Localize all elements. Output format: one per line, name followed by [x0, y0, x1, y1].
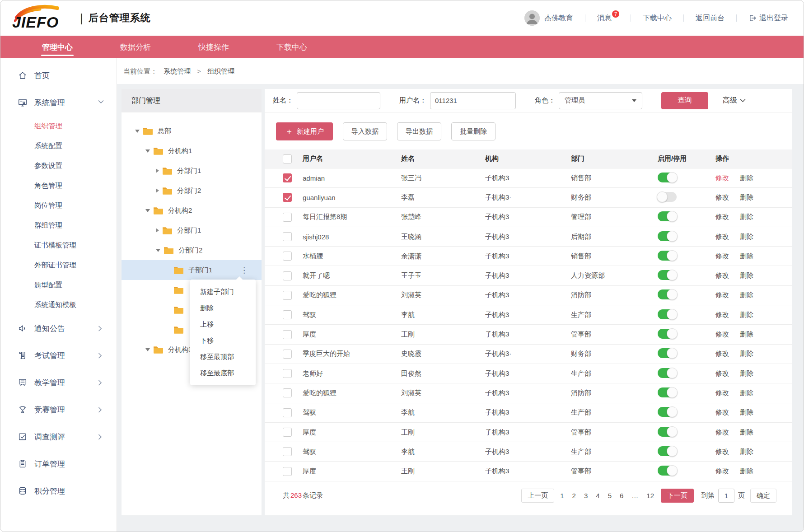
more-actions-icon[interactable]: ⋮ — [240, 266, 248, 274]
sidebar-item-8[interactable]: 订单管理 — [0, 450, 117, 477]
new-user-button[interactable]: ＋ 新建用户 — [276, 122, 333, 140]
row-checkbox[interactable] — [283, 388, 292, 397]
modify-link[interactable]: 修改 — [715, 213, 729, 220]
delete-link[interactable]: 删除 — [740, 408, 753, 416]
modify-link[interactable]: 修改 — [715, 174, 729, 182]
enable-toggle[interactable] — [658, 348, 677, 358]
modify-link[interactable]: 修改 — [715, 448, 729, 455]
page-number-5[interactable]: 5 — [604, 492, 616, 499]
enable-toggle[interactable] — [658, 309, 677, 319]
messages-link[interactable]: 消息 7 — [597, 14, 619, 23]
sidebar-item-4[interactable]: 考试管理 — [0, 342, 117, 369]
sidebar-item-9[interactable]: 积分管理 — [0, 477, 117, 504]
nav-tab-3[interactable]: 快捷操作 — [198, 36, 229, 58]
sidebar-subitem-1[interactable]: 组织管理 — [0, 116, 117, 136]
modify-link[interactable]: 修改 — [715, 389, 729, 397]
delete-link[interactable]: 删除 — [740, 389, 753, 397]
sidebar-item-2[interactable]: 系统管理 — [0, 89, 117, 116]
modify-link[interactable]: 修改 — [715, 408, 729, 416]
sidebar-subitem-8[interactable]: 外部证书管理 — [0, 255, 117, 275]
modify-link[interactable]: 修改 — [715, 428, 729, 436]
row-checkbox[interactable] — [283, 447, 292, 456]
sidebar-item-5[interactable]: 教学管理 — [0, 369, 117, 396]
select-all-checkbox[interactable] — [283, 154, 292, 163]
enable-toggle[interactable] — [658, 173, 677, 182]
delete-link[interactable]: 删除 — [740, 369, 753, 377]
delete-link[interactable]: 删除 — [740, 448, 753, 455]
tree-node[interactable]: 分机构1 — [122, 141, 262, 161]
breadcrumb-section[interactable]: 系统管理 — [164, 67, 191, 75]
sidebar-subitem-4[interactable]: 角色管理 — [0, 176, 117, 196]
row-checkbox[interactable] — [283, 467, 292, 476]
sidebar-subitem-7[interactable]: 证书模板管理 — [0, 235, 117, 255]
sidebar-item-3[interactable]: 通知公告 — [0, 315, 117, 342]
row-checkbox[interactable] — [283, 428, 292, 437]
tree-collapse-arrow-icon[interactable] — [156, 188, 159, 193]
modify-link[interactable]: 修改 — [715, 311, 729, 318]
modify-link[interactable]: 修改 — [715, 350, 729, 357]
row-checkbox[interactable] — [283, 350, 292, 359]
tree-collapse-arrow-icon[interactable] — [156, 228, 159, 233]
modify-link[interactable]: 修改 — [715, 193, 729, 201]
back-to-front-link[interactable]: 返回前台 — [696, 14, 725, 23]
row-checkbox[interactable] — [283, 310, 292, 319]
row-checkbox[interactable] — [283, 271, 292, 280]
modify-link[interactable]: 修改 — [715, 252, 729, 260]
download-center-link[interactable]: 下载中心 — [643, 14, 672, 23]
next-page-button[interactable]: 下一页 — [661, 489, 694, 503]
delete-link[interactable]: 删除 — [740, 193, 753, 201]
delete-link[interactable]: 删除 — [740, 311, 753, 318]
sidebar-subitem-10[interactable]: 系统通知模板 — [0, 295, 117, 315]
sidebar-item-7[interactable]: 调查测评 — [0, 423, 117, 450]
delete-link[interactable]: 删除 — [740, 174, 753, 182]
modify-link[interactable]: 修改 — [715, 271, 729, 279]
advanced-toggle[interactable]: 高级 — [723, 96, 746, 105]
sidebar-item-6[interactable]: 竞赛管理 — [0, 396, 117, 423]
nav-tab-4[interactable]: 下载中心 — [276, 36, 307, 58]
import-data-button[interactable]: 导入数据 — [343, 122, 387, 140]
username-filter-input[interactable] — [430, 92, 516, 109]
role-select[interactable]: 管理员 — [559, 92, 642, 109]
enable-toggle[interactable] — [658, 407, 677, 417]
page-number-2[interactable]: 2 — [568, 492, 580, 499]
logout-link[interactable]: 退出登录 — [748, 14, 788, 23]
enable-toggle[interactable] — [658, 270, 677, 280]
page-number-12[interactable]: 12 — [642, 492, 658, 499]
modify-link[interactable]: 修改 — [715, 369, 729, 377]
sidebar-subitem-3[interactable]: 参数设置 — [0, 156, 117, 176]
modify-link[interactable]: 修改 — [715, 467, 729, 475]
enable-toggle[interactable] — [658, 192, 677, 202]
enable-toggle[interactable] — [658, 251, 677, 261]
page-number-1[interactable]: 1 — [556, 492, 568, 499]
enable-toggle[interactable] — [658, 466, 677, 476]
delete-link[interactable]: 删除 — [740, 271, 753, 279]
sidebar-subitem-6[interactable]: 群组管理 — [0, 215, 117, 235]
nav-tab-2[interactable]: 数据分析 — [120, 36, 151, 58]
tree-expand-arrow-icon[interactable] — [156, 249, 160, 252]
enable-toggle[interactable] — [658, 211, 677, 221]
context-menu-item-6[interactable]: 移至最底部 — [190, 365, 256, 381]
confirm-page-button[interactable]: 确定 — [750, 489, 776, 503]
tree-expand-arrow-icon[interactable] — [145, 348, 150, 351]
delete-link[interactable]: 删除 — [740, 213, 753, 220]
page-number-3[interactable]: 3 — [580, 492, 592, 499]
enable-toggle[interactable] — [658, 446, 677, 456]
tree-node[interactable]: 分机构2 — [122, 201, 262, 220]
sidebar-subitem-2[interactable]: 系统配置 — [0, 136, 117, 156]
delete-link[interactable]: 删除 — [740, 428, 753, 436]
tree-node[interactable]: 分部门1 — [122, 220, 262, 240]
context-menu-item-5[interactable]: 移至最顶部 — [190, 349, 256, 365]
modify-link[interactable]: 修改 — [715, 233, 729, 240]
enable-toggle[interactable] — [658, 387, 677, 397]
delete-link[interactable]: 删除 — [740, 467, 753, 475]
delete-link[interactable]: 删除 — [740, 233, 753, 240]
page-number-4[interactable]: 4 — [592, 492, 603, 499]
prev-page-button[interactable]: 上一页 — [521, 489, 554, 503]
tree-node[interactable]: 子部门1⋮ — [122, 260, 262, 280]
tree-expand-arrow-icon[interactable] — [145, 209, 150, 212]
user-menu[interactable]: 杰佛教育 — [524, 10, 573, 26]
sidebar-subitem-5[interactable]: 岗位管理 — [0, 196, 117, 215]
row-checkbox[interactable] — [283, 408, 292, 417]
context-menu-item-2[interactable]: 删除 — [190, 300, 256, 316]
tree-node[interactable]: 分部门2 — [122, 240, 262, 260]
